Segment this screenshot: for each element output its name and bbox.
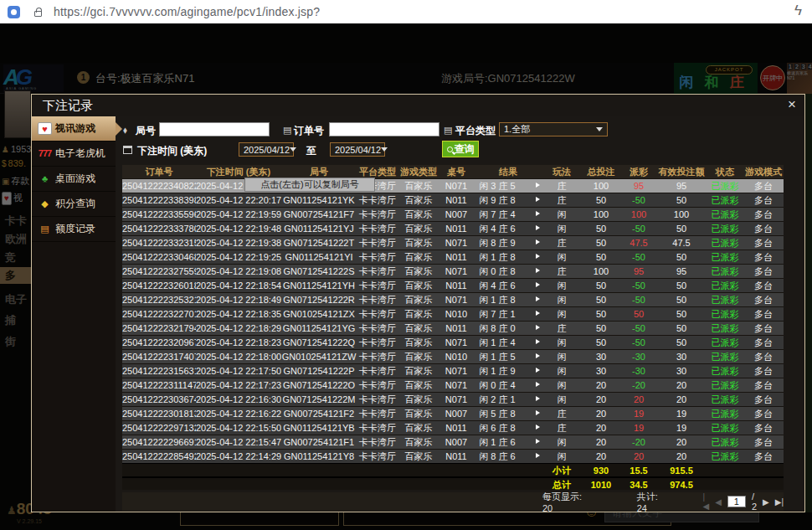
cell-round[interactable]: GN0712541222M xyxy=(281,393,357,406)
cell-bet: 20 xyxy=(581,378,621,392)
prev-page-button[interactable]: ◀ xyxy=(715,497,722,507)
cell-result: 闲 7 庄 1 xyxy=(474,307,521,321)
table-row[interactable]: 2504122223275592025-04-12 22:19:08GN0712… xyxy=(122,264,784,278)
sidebar-tab-4[interactable]: ▤额度记录 xyxy=(32,217,116,242)
modal-content: ⬧ 局号 ▤ 订单号 ▤ 平台类型 1.全部 下注时间 (美东) xyxy=(116,116,804,512)
cell-bet: 20 xyxy=(581,450,621,463)
cell-game: 百家乐 xyxy=(398,208,439,221)
cell-result: 闲 6 庄 8 xyxy=(474,421,521,435)
table-row[interactable]: 2504122223323152025-04-12 22:19:38GN0712… xyxy=(122,235,784,250)
table-row[interactable]: 2504122223174072025-04-12 22:18:00GN0102… xyxy=(122,349,784,363)
cell-table: N011 xyxy=(439,421,474,435)
cell-platform: 卡卡湾厅 xyxy=(357,265,398,278)
cell-valid: 50 xyxy=(656,336,707,349)
table-row[interactable]: 2504122223260182025-04-12 22:18:54GN0112… xyxy=(122,278,784,292)
cell-round[interactable]: GN011254121YH xyxy=(281,279,357,292)
table-row[interactable]: 2504122223036742025-04-12 22:16:30GN0712… xyxy=(122,392,784,406)
order-filter-input[interactable] xyxy=(329,122,439,136)
platform-select-value: 1.全部 xyxy=(504,123,530,136)
search-button[interactable]: 查询 xyxy=(442,141,479,157)
cell-status: 已派彩 xyxy=(707,307,743,321)
cell-round[interactable]: GN010254121ZX xyxy=(281,307,357,321)
sum-cell: 930 xyxy=(581,464,621,476)
cell-time: 2025-04-12 22:14:29 xyxy=(196,450,281,463)
table-row[interactable]: 2504122223227012025-04-12 22:18:35GN0102… xyxy=(122,306,784,321)
cell-game: 百家乐 xyxy=(398,293,439,306)
cell-round[interactable]: GN007254121F7 xyxy=(281,208,357,221)
next-page-button[interactable]: ▶ xyxy=(763,497,769,507)
sidebar-tab-1[interactable]: 777电子老虎机 xyxy=(32,142,116,167)
sidebar-tab-3[interactable]: ◆积分查询 xyxy=(32,192,116,217)
cell-payout: 95 xyxy=(621,179,656,193)
cell-round[interactable]: GN0712541222O xyxy=(281,378,357,392)
cell-round[interactable]: GN010254121ZW xyxy=(281,350,357,363)
table-row[interactable]: 2504122223337802025-04-12 22:19:48GN0112… xyxy=(122,221,784,235)
table-row[interactable]: 2504122223253212025-04-12 22:18:49GN0712… xyxy=(122,292,784,306)
table-row[interactable]: 2504122223383982025-04-12 22:20:17GN0112… xyxy=(122,193,784,207)
cell-table: N007 xyxy=(439,435,474,449)
table-row[interactable]: 2504122223209672025-04-12 22:18:23GN0712… xyxy=(122,335,784,349)
table-row[interactable]: 2504122222854922025-04-12 22:14:29GN0112… xyxy=(122,449,784,463)
cell-result: 闲 0 庄 8 xyxy=(474,265,521,278)
cell-round[interactable]: GN011254121YB xyxy=(281,421,357,435)
cell-round[interactable]: GN011254121YJ xyxy=(281,222,357,235)
platform-select[interactable]: 1.全部 xyxy=(499,122,608,136)
cell-status: 已派彩 xyxy=(707,450,743,463)
cell-round[interactable]: GN011254121YG xyxy=(281,322,357,335)
cell-payout: -20 xyxy=(621,435,656,449)
cell-payout: 20 xyxy=(621,393,656,406)
cell-status: 已派彩 xyxy=(707,378,743,392)
cell-bet: 50 xyxy=(581,293,621,306)
cell-round[interactable]: GN007254121F1 xyxy=(281,435,357,449)
cell-game: 百家乐 xyxy=(398,222,439,235)
table-row[interactable]: 2504122222971322025-04-12 22:15:50GN0112… xyxy=(122,420,784,435)
page-input[interactable] xyxy=(727,496,746,507)
table-row[interactable]: 2504122223355962025-04-12 22:19:59GN0072… xyxy=(122,207,784,221)
ssl-lock-icon[interactable] xyxy=(34,11,42,17)
lightning-icon[interactable]: ϟ xyxy=(794,3,802,19)
cell-playtype: 闲 xyxy=(542,378,581,392)
sidebar-tab-2[interactable]: ♣桌面游戏 xyxy=(32,167,116,192)
cell-round[interactable]: GN011254121YK xyxy=(281,193,357,207)
cell-round[interactable]: GN0712541222T xyxy=(281,236,357,250)
col-header: 玩法 xyxy=(542,165,581,178)
table-row[interactable]: 2504122223304682025-04-12 22:19:25GN0112… xyxy=(122,250,784,264)
close-icon[interactable]: × xyxy=(788,97,796,111)
table-row[interactable]: 2504122223408222025-04-12 22:20:31GN0712… xyxy=(122,178,784,193)
cell-table: N071 xyxy=(439,393,474,406)
url-text[interactable]: https://gci.7vvvvvv.com/agingame/pcv1/in… xyxy=(54,5,320,18)
round-filter-input[interactable] xyxy=(159,122,270,136)
extension-shield-icon[interactable] xyxy=(8,6,20,18)
cell-table: N011 xyxy=(439,322,474,335)
cell-round[interactable]: GN007254121F2 xyxy=(281,407,357,420)
cell-round[interactable]: GN0712541222R xyxy=(281,293,357,306)
sidebar-tab-0[interactable]: ♥视讯游戏 xyxy=(32,116,116,142)
cell-valid: 50 xyxy=(656,322,707,335)
cell-round[interactable]: GN0712541222P xyxy=(281,364,357,378)
cell-round[interactable]: GN0712541222Q xyxy=(281,336,357,349)
cell-round[interactable]: GN011254121Y8 xyxy=(281,450,357,463)
first-page-button[interactable]: |◀ xyxy=(703,492,710,511)
cell-bet: 50 xyxy=(581,193,621,207)
last-page-button[interactable]: ▶| xyxy=(775,497,784,507)
cell-round[interactable]: GN011254121YI xyxy=(281,250,357,264)
browser-address-bar: https://gci.7vvvvvv.com/agingame/pcv1/in… xyxy=(0,0,812,23)
cell-bet: 50 xyxy=(581,322,621,335)
cell-playtype: 闲 xyxy=(542,350,581,363)
table-row[interactable]: 2504122223217942025-04-12 22:18:29GN0112… xyxy=(122,321,784,335)
cell-result: 闲 1 庄 6 xyxy=(474,435,521,449)
cell-valid: 19 xyxy=(656,407,707,420)
col-header: 游戏模式 xyxy=(743,165,784,178)
date-to-select[interactable]: 2025/04/12 xyxy=(330,142,385,157)
table-row[interactable]: 2504122222966912025-04-12 22:15:47GN0072… xyxy=(122,435,784,449)
cell-platform: 卡卡湾厅 xyxy=(357,322,398,335)
table-row[interactable]: 2504122223018132025-04-12 22:16:22GN0072… xyxy=(122,406,784,420)
table-row[interactable]: 2504122223156312025-04-12 22:17:50GN0712… xyxy=(122,363,784,378)
cell-round[interactable]: GN0712541222S xyxy=(281,265,357,278)
cell-time: 2025-04-12 22:15:47 xyxy=(196,435,281,449)
date-from-select[interactable]: 2025/04/12 xyxy=(239,142,294,157)
table-row[interactable]: 2504122223111472025-04-12 22:17:23GN0712… xyxy=(122,378,784,392)
cell-table: N011 xyxy=(439,250,474,264)
cell-replay xyxy=(521,378,542,392)
bet-records-table: 订单号下注时间 (美东)局号平台类型游戏类型桌号结果玩法总投注派彩有效投注额状态… xyxy=(122,165,784,490)
